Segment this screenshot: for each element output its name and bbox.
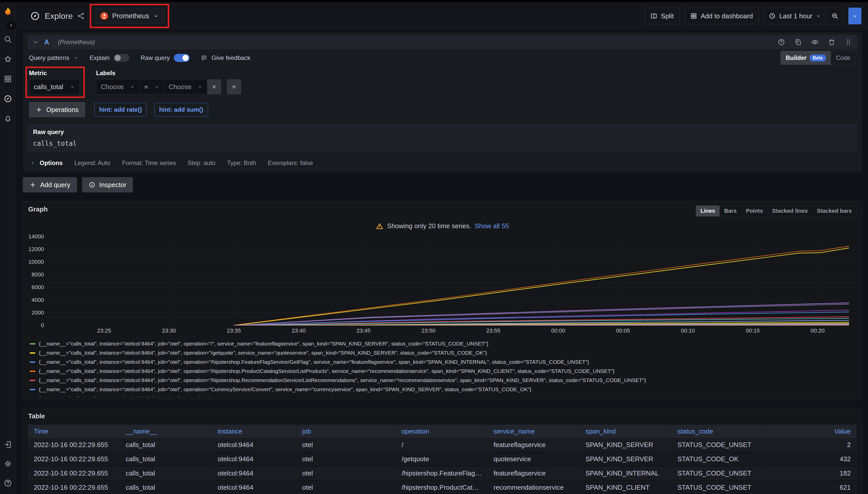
add-label-filter-button[interactable]: [227, 79, 241, 94]
datasource-picker[interactable]: Prometheus: [94, 8, 165, 24]
column-header-instance[interactable]: instance: [212, 425, 297, 438]
add-operation-button[interactable]: Operations: [29, 102, 85, 117]
builder-mode-tab[interactable]: Builder Beta: [781, 51, 831, 65]
remove-query-trash-icon[interactable]: [828, 38, 835, 46]
duplicate-query-icon[interactable]: [794, 38, 802, 46]
chart-plot-area[interactable]: [47, 236, 856, 325]
x-tick-label: 23:40: [292, 327, 306, 334]
raw-query-toggle[interactable]: [174, 54, 189, 62]
table-cell: calls_total: [120, 480, 212, 494]
drag-handle-icon[interactable]: [845, 38, 852, 46]
hide-response-eye-icon[interactable]: [811, 38, 819, 46]
share-icon[interactable]: [77, 12, 85, 20]
legend-item-overflow[interactable]: {__name__="calls_total", instance="otelc…: [30, 394, 856, 397]
zoom-out-button[interactable]: [826, 8, 844, 24]
column-header-job[interactable]: job: [296, 425, 396, 438]
chevron-down-icon: [130, 84, 135, 89]
search-icon[interactable]: [3, 35, 12, 44]
column-header-name[interactable]: __name__: [120, 425, 212, 438]
warning-triangle-icon: [376, 222, 383, 230]
sidebar-expand-button[interactable]: [5, 20, 17, 31]
labels-field-label: Labels: [96, 70, 241, 77]
sidebar-bottom-icons: [3, 440, 12, 488]
y-tick-label: 12000: [29, 246, 44, 252]
column-header-spankind[interactable]: span_kind: [580, 425, 672, 438]
legend-item-1[interactable]: {__name__="calls_total", instance="otelc…: [30, 348, 856, 357]
legend-item-2[interactable]: {__name__="calls_total", instance="otelc…: [30, 357, 856, 366]
query-editor: A (Prometheus) Query patterns Explain Ra…: [23, 33, 862, 172]
add-to-dashboard-button[interactable]: Add to dashboard: [684, 7, 759, 24]
x-tick-label: 23:30: [162, 327, 176, 334]
explore-content: A (Prometheus) Query patterns Explain Ra…: [16, 30, 868, 494]
query-option-summary-4: Exemplars: false: [268, 159, 313, 167]
table-cell: /getquote: [396, 452, 488, 466]
x-axis-labels: 23:2523:3023:3523:4023:4523:5023:5500:00…: [47, 327, 856, 337]
time-range-button[interactable]: Last 1 hour: [763, 8, 826, 24]
graph-style-tab-bars[interactable]: Bars: [720, 206, 741, 216]
table-cell: 2022-10-16 00:22:29.655: [28, 438, 120, 452]
query-hint-button-0[interactable]: hint: add rate(): [94, 103, 147, 116]
legend-item-0[interactable]: {__name__="calls_total", instance="otelc…: [30, 339, 856, 348]
label-value-select[interactable]: Choose: [164, 79, 207, 94]
graph-panel: Graph LinesBarsPointsStacked linesStacke…: [23, 201, 862, 399]
x-tick-label: 23:55: [486, 327, 500, 334]
table-cell: 2022-10-16 00:22:29.655: [28, 452, 120, 466]
x-tick-label: 00:10: [681, 327, 695, 334]
options-expander[interactable]: Options: [30, 159, 63, 167]
label-operator-value: =: [144, 83, 148, 91]
column-header-servicename[interactable]: service_name: [488, 425, 580, 438]
inspector-label: Inspector: [100, 181, 127, 189]
table-cell: STATUS_CODE_UNSET: [672, 480, 768, 494]
graph-style-tab-points[interactable]: Points: [741, 206, 767, 216]
legend-series-label: {__name__="calls_total", instance="otelc…: [39, 341, 488, 347]
dashboards-icon[interactable]: [3, 75, 12, 83]
grafana-logo[interactable]: [2, 6, 14, 18]
explain-toggle[interactable]: [113, 54, 129, 62]
legend-item-3[interactable]: {__name__="calls_total", instance="otelc…: [30, 366, 856, 376]
metric-select[interactable]: calls_total: [29, 79, 80, 94]
run-query-dropdown[interactable]: [848, 7, 862, 24]
explore-compass-icon[interactable]: [3, 94, 12, 103]
collapse-chevron-icon[interactable]: [33, 39, 39, 45]
table-cell: featureflagservice: [488, 438, 580, 452]
column-header-operation[interactable]: operation: [396, 425, 488, 438]
query-hint-button-1[interactable]: hint: add sum(): [154, 103, 208, 116]
legend-item-5[interactable]: {__name__="calls_total", instance="otelc…: [30, 385, 856, 394]
legend-series-label: {__name__="calls_total", instance="otelc…: [39, 359, 589, 365]
code-label: Code: [836, 54, 850, 61]
give-feedback-link[interactable]: Give feedback: [201, 54, 250, 61]
run-query-button[interactable]: Run query: [848, 7, 862, 24]
code-mode-tab[interactable]: Code: [831, 51, 855, 65]
feedback-comment-icon: [201, 55, 207, 61]
x-tick-label: 23:45: [357, 327, 370, 334]
legend-item-4[interactable]: {__name__="calls_total", instance="otelc…: [30, 376, 856, 385]
graph-style-tab-stacked-bars[interactable]: Stacked bars: [812, 206, 856, 216]
inspector-button[interactable]: Inspector: [82, 177, 133, 192]
graph-panel-title: Graph: [28, 205, 48, 213]
column-header-value[interactable]: Value: [768, 425, 856, 438]
label-operator-select[interactable]: =: [140, 79, 164, 94]
help-icon[interactable]: [3, 479, 12, 488]
star-icon[interactable]: [3, 55, 12, 63]
page-title: Explore: [30, 11, 73, 21]
remove-label-filter-button[interactable]: [207, 79, 221, 94]
query-help-icon[interactable]: [778, 38, 785, 46]
sign-in-icon[interactable]: [3, 440, 12, 449]
table-body: 2022-10-16 00:22:29.655calls_totalotelco…: [28, 438, 856, 494]
alerting-bell-icon[interactable]: [3, 114, 12, 123]
column-header-statuscode[interactable]: status_code: [672, 425, 768, 438]
legend-series-marker: [30, 380, 35, 381]
prometheus-logo: [100, 12, 108, 20]
column-header-time[interactable]: Time: [28, 425, 120, 438]
show-all-series-link[interactable]: Show all 55: [475, 222, 509, 230]
graph-style-tab-stacked-lines[interactable]: Stacked lines: [767, 206, 812, 216]
split-button[interactable]: Split: [645, 7, 680, 24]
query-patterns-dropdown[interactable]: Query patterns: [29, 54, 78, 61]
graph-style-tab-lines[interactable]: Lines: [696, 206, 720, 216]
table-cell: STATUS_CODE_OK: [672, 452, 768, 466]
label-key-select[interactable]: Choose: [96, 79, 140, 94]
query-row-header[interactable]: A (Prometheus): [28, 35, 857, 49]
add-query-button[interactable]: Add query: [23, 177, 77, 192]
builder-label: Builder: [786, 54, 807, 61]
settings-gear-icon[interactable]: [3, 459, 12, 468]
